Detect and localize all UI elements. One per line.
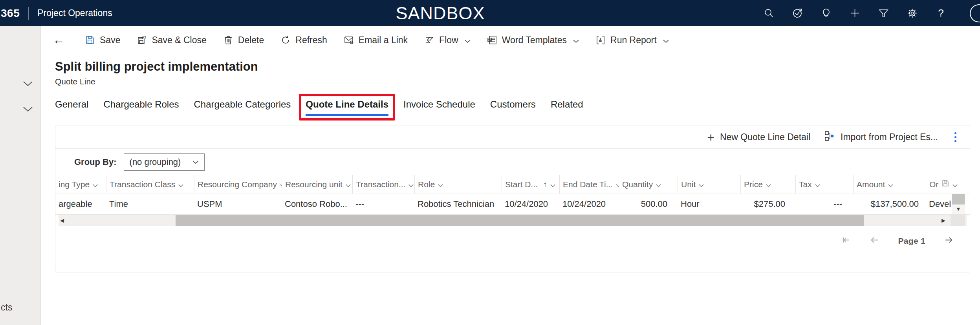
email-link-label: Email a Link [359, 35, 408, 46]
dynamics-365-brand[interactable]: 365 [1, 7, 20, 20]
import-org-icon [824, 131, 835, 144]
column-chevron-icon[interactable] [656, 180, 661, 189]
cell-role[interactable]: Robotics Technician [414, 194, 502, 214]
column-header-price[interactable]: Price [740, 175, 795, 194]
vertical-scrollbar[interactable]: ▼ [952, 194, 965, 214]
column-header-quantity[interactable]: Quantity [619, 175, 678, 194]
column-chevron-icon[interactable] [346, 180, 351, 189]
scroll-right-arrow-icon[interactable]: ▶ [942, 215, 945, 226]
column-header-resourcing-unit[interactable]: Resourcing unit [282, 175, 352, 194]
column-chevron-icon[interactable] [550, 180, 555, 189]
cell-amount[interactable]: $137,500.00 [853, 194, 926, 214]
horizontal-scrollbar[interactable]: ◀ ▶ [59, 215, 967, 226]
column-header-tax[interactable]: Tax [795, 175, 853, 194]
tab-invoice-schedule[interactable]: Invoice Schedule [403, 97, 475, 118]
column-header-billing-type[interactable]: ing Type [55, 175, 106, 194]
tab-chargeable-categories[interactable]: Chargeable Categories [194, 97, 291, 118]
save-close-icon [137, 35, 147, 45]
column-chevron-icon[interactable] [438, 180, 443, 189]
save-close-label: Save & Close [152, 35, 206, 46]
email-a-link-button[interactable]: Email a Link [335, 26, 416, 54]
page-title: Split billing project implementation [55, 60, 258, 74]
tab-quote-line-details-label: Quote Line Details [306, 99, 388, 110]
cell-price[interactable]: $275.00 [740, 194, 795, 214]
help-icon[interactable]: ? [936, 8, 946, 18]
user-avatar[interactable] [970, 4, 980, 22]
scroll-down-arrow-icon[interactable]: ▼ [956, 206, 961, 212]
column-header-transaction-class[interactable]: Transaction Class [106, 175, 194, 194]
tab-quote-line-details[interactable]: Quote Line Details [306, 97, 388, 118]
column-header-transaction[interactable]: Transaction... [352, 175, 414, 194]
cell-resourcing-company[interactable]: USPM [194, 194, 282, 214]
refresh-button[interactable]: Refresh [272, 26, 335, 54]
flow-menu-chevron-icon[interactable] [463, 35, 471, 46]
left-sidebar: cts [0, 26, 41, 325]
group-by-label: Group By: [74, 157, 117, 167]
delete-button[interactable]: Delete [215, 26, 272, 54]
column-chevron-icon[interactable] [178, 180, 183, 189]
column-chevron-icon[interactable] [766, 180, 771, 189]
tab-related[interactable]: Related [551, 97, 583, 118]
cell-start-date[interactable]: 10/24/2020 [502, 194, 559, 214]
run-report-button[interactable]: Run Report [587, 26, 677, 54]
column-chevron-icon[interactable] [699, 180, 704, 189]
app-name[interactable]: Project Operations [37, 8, 112, 18]
sort-ascending-icon: ↑ [543, 180, 547, 189]
tab-general[interactable]: General [55, 97, 88, 118]
word-templates-menu-chevron-icon[interactable] [572, 35, 579, 46]
column-header-resourcing-company[interactable]: Resourcing Company [194, 175, 282, 194]
flow-button[interactable]: Flow [416, 26, 479, 54]
environment-banner: SANDBOX [396, 3, 485, 24]
column-header-origin-clipped[interactable]: Or [926, 175, 970, 194]
cell-resourcing-unit[interactable]: Contoso Robo... [282, 194, 352, 214]
flow-label: Flow [439, 35, 458, 46]
first-page-button[interactable] [841, 235, 851, 247]
topbar-divider [28, 7, 29, 20]
word-templates-button[interactable]: W Word Templates [479, 26, 587, 54]
column-header-amount[interactable]: Amount [853, 175, 926, 194]
vertical-scrollbar-thumb[interactable] [952, 194, 965, 204]
column-chevron-icon[interactable] [888, 180, 893, 189]
cell-transaction-class[interactable]: Time [106, 194, 194, 214]
column-chevron-icon[interactable] [815, 180, 820, 189]
new-quote-line-detail-button[interactable]: + New Quote Line Detail [707, 131, 810, 144]
column-header-unit[interactable]: Unit [678, 175, 740, 194]
column-header-start-date[interactable]: Start D... ↑ [502, 175, 559, 194]
save-and-close-button[interactable]: Save & Close [128, 26, 214, 54]
next-page-button[interactable] [943, 235, 954, 247]
column-chevron-icon[interactable] [953, 180, 958, 189]
cell-unit[interactable]: Hour [678, 194, 740, 214]
horizontal-scrollbar-thumb[interactable] [176, 215, 864, 226]
dropdown-chevron-icon [192, 160, 199, 164]
column-header-end-date[interactable]: End Date Ti... [559, 175, 619, 194]
cell-transaction[interactable]: --- [352, 194, 414, 214]
column-header-role[interactable]: Role [414, 175, 502, 194]
scroll-left-arrow-icon[interactable]: ◀ [60, 215, 64, 226]
sidebar-item-contacts-clipped[interactable]: cts [1, 302, 12, 313]
column-chevron-icon[interactable] [616, 180, 619, 189]
lightbulb-icon[interactable] [821, 8, 832, 18]
cell-quantity[interactable]: 500.00 [619, 194, 678, 214]
cell-tax[interactable]: --- [795, 194, 853, 214]
back-arrow-icon[interactable]: ← [52, 33, 66, 47]
cell-end-date[interactable]: 10/24/2020 [559, 194, 619, 214]
column-chevron-icon[interactable] [408, 180, 414, 189]
run-report-menu-chevron-icon[interactable] [661, 35, 669, 46]
tab-customers[interactable]: Customers [490, 97, 536, 118]
add-icon[interactable] [850, 8, 860, 18]
cell-billing-type[interactable]: argeable [55, 194, 106, 214]
grid-row-1[interactable]: argeable Time USPM Contoso Robo... --- R… [55, 194, 970, 215]
task-check-icon[interactable] [792, 8, 803, 18]
search-icon[interactable] [764, 8, 774, 18]
column-chevron-icon[interactable] [93, 180, 98, 189]
save-button[interactable]: Save [77, 26, 128, 54]
group-by-dropdown[interactable]: (no grouping) [124, 153, 205, 171]
more-commands-ellipsis-icon[interactable] [952, 131, 959, 144]
page-indicator: Page 1 [898, 236, 925, 246]
filter-icon[interactable] [878, 8, 889, 18]
tab-chargeable-roles[interactable]: Chargeable Roles [103, 97, 179, 118]
import-from-project-button[interactable]: Import from Project Es... [824, 131, 938, 144]
previous-page-button[interactable] [869, 235, 880, 247]
settings-gear-icon[interactable] [907, 8, 918, 18]
email-icon [344, 35, 354, 45]
